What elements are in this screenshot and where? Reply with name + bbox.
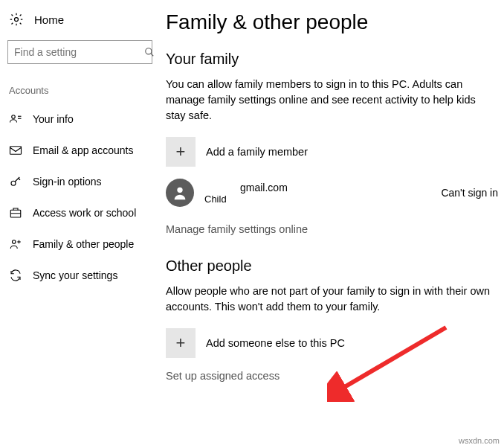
family-description: You can allow family members to sign in … xyxy=(166,77,498,124)
sidebar-item-label: Email & app accounts xyxy=(33,144,133,156)
plus-icon: + xyxy=(166,328,196,358)
svg-point-1 xyxy=(146,48,152,54)
member-role: Child xyxy=(204,193,288,205)
sidebar-item-label: Access work or school xyxy=(33,207,136,219)
svg-point-12 xyxy=(177,188,182,193)
plus-icon: + xyxy=(166,137,196,167)
sidebar-item-label: Sync your settings xyxy=(33,269,117,281)
sidebar-item-family[interactable]: Family & other people xyxy=(0,228,160,260)
add-other-user-button[interactable]: + Add someone else to this PC xyxy=(166,328,498,358)
search-icon xyxy=(144,47,155,57)
member-status: Can't sign in xyxy=(441,187,498,199)
sidebar-item-work-school[interactable]: Access work or school xyxy=(0,197,160,228)
sidebar-item-label: Your info xyxy=(33,113,74,125)
svg-rect-6 xyxy=(10,147,22,155)
people-plus-icon xyxy=(9,237,22,251)
content-pane: Family & other people Your family You ca… xyxy=(160,0,504,448)
sidebar-item-your-info[interactable]: Your info xyxy=(0,103,160,135)
home-button[interactable]: Home xyxy=(0,7,160,31)
sidebar-item-label: Sign-in options xyxy=(33,176,102,188)
sidebar-item-signin-options[interactable]: Sign-in options xyxy=(0,166,160,197)
svg-point-3 xyxy=(12,115,16,119)
gear-icon xyxy=(9,12,24,27)
search-field[interactable] xyxy=(14,46,144,58)
sync-icon xyxy=(9,269,22,282)
briefcase-icon xyxy=(9,206,22,220)
add-other-label: Add someone else to this PC xyxy=(206,337,345,349)
other-description: Allow people who are not part of your fa… xyxy=(166,284,498,315)
watermark: wsxdn.com xyxy=(459,436,500,445)
mail-icon xyxy=(9,144,22,157)
search-input[interactable] xyxy=(7,40,152,64)
other-heading: Other people xyxy=(166,257,498,275)
sidebar-item-email-accounts[interactable]: Email & app accounts xyxy=(0,135,160,166)
key-icon xyxy=(9,175,22,188)
svg-point-0 xyxy=(15,18,19,22)
add-family-member-button[interactable]: + Add a family member xyxy=(166,137,498,167)
member-info: gmail.com Child xyxy=(204,182,288,205)
home-label: Home xyxy=(34,13,64,26)
svg-line-2 xyxy=(151,54,154,57)
person-card-icon xyxy=(9,112,22,126)
assigned-access-link[interactable]: Set up assigned access xyxy=(166,370,498,382)
sidebar-item-label: Family & other people xyxy=(33,238,134,250)
sidebar-section-heading: Accounts xyxy=(0,85,160,103)
manage-family-link[interactable]: Manage family settings online xyxy=(166,223,498,235)
avatar-icon xyxy=(166,179,194,207)
family-heading: Your family xyxy=(166,51,498,68)
sidebar-item-sync[interactable]: Sync your settings xyxy=(0,260,160,291)
family-member-row[interactable]: gmail.com Child Can't sign in xyxy=(166,179,498,207)
member-email-domain: gmail.com xyxy=(240,182,288,193)
page-title: Family & other people xyxy=(166,10,498,34)
sidebar: Home Accounts Your info Email & app acco… xyxy=(0,0,160,448)
svg-point-7 xyxy=(11,181,16,185)
svg-point-9 xyxy=(13,240,16,244)
add-family-label: Add a family member xyxy=(206,146,308,158)
